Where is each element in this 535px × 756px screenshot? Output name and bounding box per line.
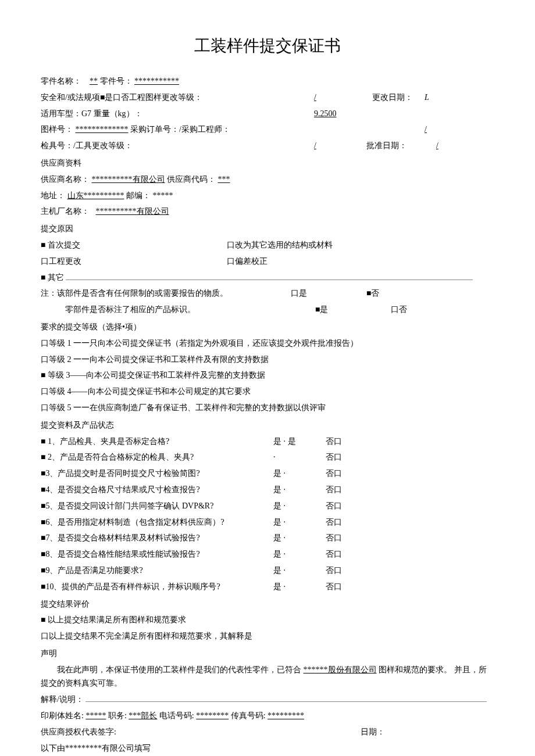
- status-row: ■6、是否用指定材料制造（包含指定材料供应商）?是 ·否口: [41, 515, 494, 529]
- decl-company: ******股份有限公司: [304, 665, 377, 674]
- gauge-label: 检具号：/工具更改等级：: [41, 139, 314, 153]
- status-q: ■6、是否用指定材料制造（包含指定材料供应商）?: [41, 515, 273, 529]
- fax-label: 传真号码:: [231, 711, 266, 720]
- part-name-value: **: [90, 77, 98, 85]
- part-line: 零件名称： ** 零件号： ***********: [41, 74, 494, 88]
- po-label: 采购订单号：/采购工程师：: [130, 125, 230, 134]
- title-label: 职务:: [108, 711, 127, 720]
- fax-value: *********: [268, 711, 304, 720]
- drawing-line: 图样号： ************* 采购订单号：/采购工程师： /: [41, 123, 494, 137]
- status-yes: 是 ·: [273, 515, 326, 529]
- status-yes: 是 · 是: [273, 435, 326, 449]
- print-line: 印刷体姓名: ***** 职务: ***部长 电话号码: ******** 传真…: [41, 709, 494, 723]
- reason-row1: ■ 首次提交 口改为其它选用的结构或材料: [41, 238, 494, 252]
- level-4: 口等级 4——向本公司提交保证书和本公司规定的其它要求: [41, 385, 494, 399]
- model-value: 9.2500: [314, 109, 337, 118]
- status-no: 否口: [326, 467, 378, 481]
- level-5: 口等级 5 一一在供应商制造厂备有保证书、工装样件和完整的支持数据以供评审: [41, 401, 494, 415]
- status-q: ■ 2、产品是否符合合格标定的检具、夹具?: [41, 450, 273, 464]
- model-label: 适用车型：G7 重量（kg）：: [41, 107, 314, 121]
- reason-material: 口改为其它选用的结构或材料: [227, 238, 494, 252]
- status-yes: 是 ·: [273, 531, 326, 545]
- model-line: 适用车型：G7 重量（kg）： 9.2500: [41, 107, 494, 121]
- result-ok: ■ 以上提交结果满足所有图样和规范要求: [41, 613, 494, 627]
- restricted-q1: 注：该部件是否含有任何限制的或需要报告的物质。 口是 ■否: [41, 286, 494, 300]
- print-label: 印刷体姓名:: [41, 711, 84, 720]
- supplier-name-value: **********有限公司: [92, 175, 165, 184]
- status-row: ■3、产品提交时是否同时提交尺寸检验简图?是 ·否口: [41, 467, 494, 481]
- status-row: ■5、是否提交同设计部门共同签字确认 DVP&R?是 ·否口: [41, 499, 494, 513]
- supplier-addr-label: 地址：: [41, 191, 65, 200]
- restricted-q2-text: 零部件是否标注了相应的产品标识。: [41, 303, 315, 317]
- status-q: ■3、产品提交时是否同时提交尺寸检验简图?: [41, 467, 273, 481]
- status-row: ■9、产品是否满足功能要求?是 ·否口: [41, 564, 494, 578]
- decl-header: 声明: [41, 647, 494, 661]
- supplier-addr-line: 地址： 山东********** 邮编： *****: [41, 189, 494, 203]
- reason-other: ■ 其它: [41, 273, 64, 282]
- page-title: 工装样件提交保证书: [41, 35, 494, 57]
- status-no: 否口: [326, 483, 378, 497]
- approve-date-slash: /: [436, 141, 438, 150]
- change-date-value: L: [425, 93, 429, 102]
- result-ng: 口以上提交结果不完全满足所有图样和规范要求，其解释是: [41, 629, 494, 643]
- status-no: 否口: [326, 564, 378, 578]
- status-yes: 是 ·: [273, 580, 326, 594]
- status-no: 否口: [326, 580, 378, 594]
- below-line: 以下由*********有限公司填写: [41, 741, 494, 755]
- status-row: ■ 1、产品检具、夹具是否标定合格?是 · 是否口: [41, 435, 494, 449]
- status-yes: 是 ·: [273, 499, 326, 513]
- tel-label: 电话号码:: [159, 711, 194, 720]
- status-q: ■4、是否提交合格尺寸结果或尺寸检查报告?: [41, 483, 273, 497]
- status-no: 否口: [326, 450, 378, 464]
- restricted-q1-text: 注：该部件是否含有任何限制的或需要报告的物质。: [41, 286, 291, 300]
- drawing-label: 图样号：: [41, 125, 73, 134]
- print-value: *****: [85, 711, 106, 720]
- restricted-q2: 零部件是否标注了相应的产品标识。 ■是 口否: [41, 303, 494, 317]
- decl-body1: 我在此声明，本保证书使用的工装样件是我们的代表性零件，已符合: [57, 665, 301, 674]
- drawing-slash: /: [425, 125, 427, 134]
- status-q: ■ 1、产品检具、夹具是否标定合格?: [41, 435, 273, 449]
- level-1: 口等级 1 一一只向本公司提交保证书（若指定为外观项目，还应该提交外观件批准报告…: [41, 336, 494, 350]
- title-value: ***部长: [129, 711, 157, 720]
- status-row: ■ 2、产品是否符合合格标定的检具、夹具?·否口: [41, 450, 494, 464]
- change-date-label: 更改日期：: [372, 91, 425, 105]
- approve-date-label: 批准日期：: [366, 139, 436, 153]
- oem-value: **********有限公司: [96, 207, 169, 216]
- supplier-addr-value: 山东**********: [67, 191, 124, 200]
- restricted-q1-no: ■否: [366, 286, 442, 300]
- restricted-q1-yes: 口是: [291, 286, 366, 300]
- reason-eng: 口工程更改: [41, 255, 227, 268]
- part-name-label: 零件名称：: [41, 77, 81, 85]
- supplier-code-label: 供应商代码：: [167, 175, 216, 184]
- status-no: 否口: [326, 547, 378, 561]
- reason-other-line: ■ 其它: [41, 271, 494, 285]
- safety-label: 安全和/或法规项■是口否工程图样更改等级：: [41, 91, 314, 105]
- reason-first: ■ 首次提交: [41, 238, 227, 252]
- status-q: ■7、是否提交合格材料结果及材料试验报告?: [41, 531, 273, 545]
- status-q: ■9、产品是否满足功能要求?: [41, 564, 273, 578]
- reason-deviation: 口偏差校正: [227, 255, 494, 268]
- status-q: ■10、提供的产品是否有样件标识，并标识顺序号?: [41, 580, 273, 594]
- status-row: ■4、是否提交合格尺寸结果或尺寸检查报告?是 ·否口: [41, 483, 494, 497]
- part-no-value: ***********: [134, 77, 179, 85]
- status-row: ■7、是否提交合格材料结果及材料试验报告?是 ·否口: [41, 531, 494, 545]
- supplier-code-value: ***: [218, 175, 230, 184]
- restricted-q2-no: 口否: [391, 303, 466, 317]
- decl-body: 我在此声明，本保证书使用的工装样件是我们的代表性零件，已符合 ******股份有…: [41, 663, 494, 691]
- status-yes: 是 ·: [273, 467, 326, 481]
- supplier-name-line: 供应商名称： **********有限公司 供应商代码： ***: [41, 173, 494, 187]
- status-row: ■8、是否提交合格性能结果或性能试验报告?是 ·否口: [41, 547, 494, 561]
- gauge-slash: /: [314, 141, 316, 150]
- gauge-line: 检具号：/工具更改等级： / 批准日期： /: [41, 139, 494, 153]
- result-header: 提交结果评价: [41, 597, 494, 611]
- drawing-value: *************: [76, 125, 129, 134]
- status-yes: 是 ·: [273, 564, 326, 578]
- explain-line: 解释/说明：: [41, 693, 494, 707]
- supplier-header: 供应商资料: [41, 156, 494, 170]
- status-q: ■8、是否提交合格性能结果或性能试验报告?: [41, 547, 273, 561]
- status-no: 否口: [326, 515, 378, 529]
- supplier-zip-label: 邮编：: [126, 191, 151, 200]
- status-row: ■10、提供的产品是否有样件标识，并标识顺序号?是 ·否口: [41, 580, 494, 594]
- restricted-q2-yes: ■是: [315, 303, 391, 317]
- status-yes: 是 ·: [273, 547, 326, 561]
